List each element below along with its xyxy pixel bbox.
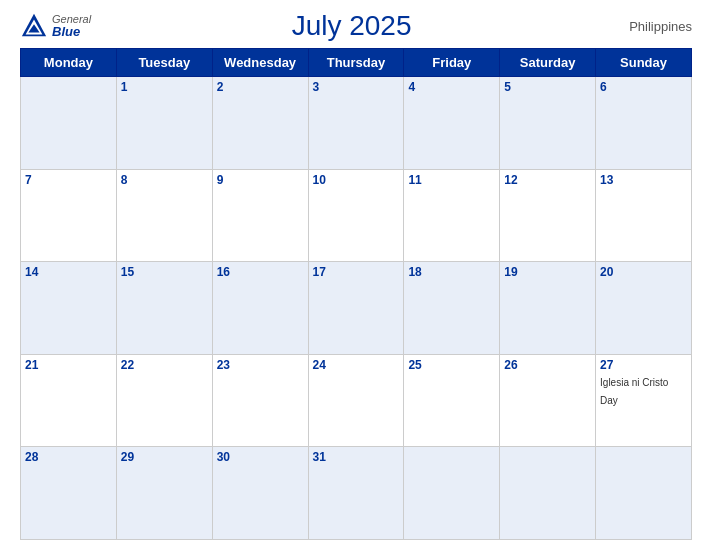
day-number: 24 [313,358,400,372]
logo-icon [20,12,48,40]
calendar-day-cell: 20 [596,262,692,355]
day-number: 26 [504,358,591,372]
calendar-day-cell: 2 [212,77,308,170]
calendar-table: MondayTuesdayWednesdayThursdayFridaySatu… [20,48,692,540]
day-number: 20 [600,265,687,279]
calendar-day-cell: 13 [596,169,692,262]
day-number: 29 [121,450,208,464]
calendar-day-cell: 26 [500,354,596,447]
calendar-day-cell [500,447,596,540]
calendar-day-cell: 3 [308,77,404,170]
day-number: 2 [217,80,304,94]
weekday-header-saturday: Saturday [500,49,596,77]
weekday-header-wednesday: Wednesday [212,49,308,77]
calendar-day-cell: 29 [116,447,212,540]
calendar-week-row: 14151617181920 [21,262,692,355]
calendar-day-cell: 4 [404,77,500,170]
day-number: 18 [408,265,495,279]
logo-blue-text: Blue [52,25,91,38]
country-label: Philippines [612,19,692,34]
calendar-week-row: 78910111213 [21,169,692,262]
calendar-day-cell: 8 [116,169,212,262]
day-number: 4 [408,80,495,94]
calendar-day-cell: 17 [308,262,404,355]
day-number: 28 [25,450,112,464]
calendar-week-row: 21222324252627Iglesia ni Cristo Day [21,354,692,447]
day-number: 31 [313,450,400,464]
day-number: 13 [600,173,687,187]
calendar-day-cell: 24 [308,354,404,447]
day-number: 3 [313,80,400,94]
calendar-day-cell: 15 [116,262,212,355]
calendar-day-cell: 12 [500,169,596,262]
calendar-day-cell [21,77,117,170]
day-number: 11 [408,173,495,187]
calendar-day-cell: 23 [212,354,308,447]
weekday-header-sunday: Sunday [596,49,692,77]
calendar-day-cell: 25 [404,354,500,447]
day-number: 12 [504,173,591,187]
calendar-day-cell: 27Iglesia ni Cristo Day [596,354,692,447]
day-number: 10 [313,173,400,187]
calendar-week-row: 123456 [21,77,692,170]
day-number: 23 [217,358,304,372]
weekday-header-tuesday: Tuesday [116,49,212,77]
calendar-day-cell: 30 [212,447,308,540]
day-number: 14 [25,265,112,279]
calendar-day-cell: 18 [404,262,500,355]
calendar-day-cell: 11 [404,169,500,262]
weekday-header-row: MondayTuesdayWednesdayThursdayFridaySatu… [21,49,692,77]
day-number: 9 [217,173,304,187]
logo-text: General Blue [52,14,91,38]
calendar-day-cell: 1 [116,77,212,170]
calendar-day-cell: 7 [21,169,117,262]
day-number: 21 [25,358,112,372]
calendar-header: General Blue July 2025 Philippines [20,10,692,42]
day-event: Iglesia ni Cristo Day [600,377,668,406]
calendar-day-cell: 22 [116,354,212,447]
calendar-day-cell: 21 [21,354,117,447]
weekday-header-thursday: Thursday [308,49,404,77]
calendar-day-cell: 28 [21,447,117,540]
day-number: 19 [504,265,591,279]
calendar-day-cell [596,447,692,540]
day-number: 16 [217,265,304,279]
day-number: 7 [25,173,112,187]
day-number: 27 [600,358,687,372]
day-number: 6 [600,80,687,94]
day-number: 30 [217,450,304,464]
weekday-header-monday: Monday [21,49,117,77]
day-number: 25 [408,358,495,372]
day-number: 1 [121,80,208,94]
day-number: 22 [121,358,208,372]
calendar-day-cell: 9 [212,169,308,262]
calendar-day-cell: 16 [212,262,308,355]
calendar-day-cell: 19 [500,262,596,355]
calendar-week-row: 28293031 [21,447,692,540]
month-title: July 2025 [91,10,612,42]
day-number: 5 [504,80,591,94]
day-number: 8 [121,173,208,187]
day-number: 15 [121,265,208,279]
calendar-day-cell: 6 [596,77,692,170]
day-number: 17 [313,265,400,279]
calendar-day-cell: 31 [308,447,404,540]
calendar-day-cell: 5 [500,77,596,170]
calendar-day-cell [404,447,500,540]
calendar-day-cell: 14 [21,262,117,355]
calendar-day-cell: 10 [308,169,404,262]
logo: General Blue [20,12,91,40]
weekday-header-friday: Friday [404,49,500,77]
